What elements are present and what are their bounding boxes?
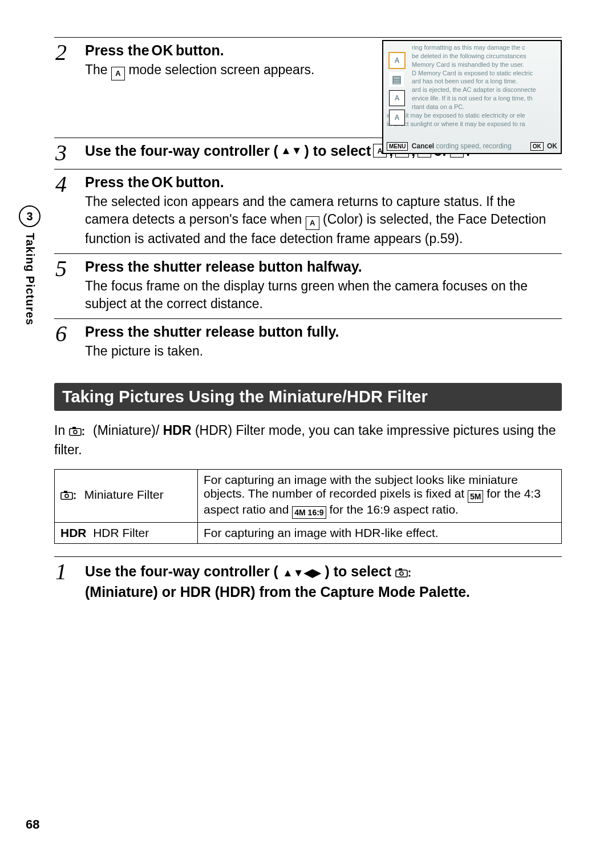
- table-row: HDR HDR Filter For capturing an image wi…: [55, 522, 562, 543]
- svg-rect-2: [72, 427, 76, 429]
- card-icon: ▤: [389, 72, 404, 87]
- svg-point-6: [65, 494, 68, 498]
- text: mode selection screen appears.: [128, 62, 314, 77]
- step-1-new: 1 Use the four-way controller ( ▲▼◀▶ ) t…: [54, 556, 562, 604]
- lcd-line: where it may be exposed to static electr…: [387, 111, 557, 120]
- chapter-side-tab: 3 Taking Pictures: [20, 205, 39, 325]
- text: Press the: [85, 174, 149, 191]
- miniature-mode-icon: [60, 490, 78, 503]
- ok-label: OK: [152, 174, 174, 191]
- ok-button-icon: OK: [530, 142, 544, 151]
- filter-desc-cell: For capturing an image with HDR-like eff…: [198, 522, 562, 543]
- arrow-icons: ▲▼◀▶: [282, 567, 321, 579]
- step-number: 4: [54, 174, 85, 248]
- lcd-footer: MENU Cancel cording speed, recording OK …: [387, 142, 557, 151]
- step-number: 6: [54, 324, 85, 360]
- hdr-label: HDR: [180, 584, 211, 600]
- hdr-label: HDR: [163, 423, 192, 438]
- pixel-size-box: 5M: [468, 490, 483, 503]
- text: In: [54, 423, 69, 438]
- step-desc: The selected icon appears and the camera…: [85, 193, 562, 248]
- svg-point-3: [82, 429, 84, 430]
- text: (Miniature) or: [85, 584, 180, 600]
- svg-point-1: [74, 430, 77, 434]
- manual-page: 3 Taking Pictures A ▤ A A ring formattin…: [0, 0, 616, 848]
- lcd-line: in direct sunlight or where it may be ex…: [387, 120, 557, 128]
- lcd-line: ervice life. If it is not used for a lon…: [412, 94, 557, 103]
- text: (HDR) from the Capture Mode Palette.: [215, 584, 470, 600]
- text: Use the four-way controller (: [85, 143, 278, 159]
- chapter-title-vertical: Taking Pictures: [23, 233, 37, 325]
- step-number: 5: [54, 259, 85, 313]
- filter-mode-table: Miniature Filter For capturing an image …: [54, 469, 562, 544]
- step-4: 4 Press the OK button. The selected icon…: [54, 169, 562, 248]
- step-desc: The picture is taken.: [85, 342, 562, 360]
- step-5: 5 Press the shutter release button halfw…: [54, 253, 562, 313]
- text: Press the: [85, 42, 149, 59]
- text: ) to select: [305, 143, 371, 159]
- ok-label: OK: [152, 42, 174, 59]
- lcd-line: ring formatting as this may damage the c: [412, 43, 557, 52]
- text: The: [85, 62, 111, 77]
- mode-indicator-icon: A: [306, 216, 319, 230]
- page-number: 68: [26, 817, 39, 832]
- filter-name: Miniature Filter: [84, 488, 164, 501]
- mode-icon-a: A: [389, 53, 405, 68]
- step-heading: Press the OK button.: [85, 42, 325, 59]
- svg-rect-12: [399, 568, 402, 571]
- hdr-label: HDR: [60, 526, 87, 539]
- lcd-icon-column: A ▤ A A: [389, 53, 405, 126]
- svg-rect-5: [61, 492, 72, 499]
- step-6: 6 Press the shutter release button fully…: [54, 318, 562, 360]
- mode-icon-b: A: [389, 90, 405, 106]
- step-number: 3: [54, 143, 85, 163]
- svg-point-8: [74, 493, 75, 495]
- step-heading: Press the shutter release button fully.: [85, 324, 562, 340]
- pixel-size-box: 4M 16:9: [292, 506, 326, 519]
- step-number: 1: [54, 562, 85, 604]
- svg-point-13: [409, 570, 411, 572]
- menu-button-icon: MENU: [387, 142, 408, 151]
- step-heading: Press the shutter release button halfway…: [85, 259, 562, 275]
- text: button.: [176, 174, 224, 191]
- filter-name-cell: Miniature Filter: [55, 469, 198, 522]
- lcd-line: D Memory Card is exposed to static elect…: [412, 69, 557, 78]
- table-row: Miniature Filter For capturing an image …: [55, 469, 562, 522]
- svg-point-4: [82, 433, 84, 435]
- lcd-line: ard has not been used for a long time.: [412, 77, 557, 86]
- svg-point-11: [400, 572, 403, 575]
- lcd-line: rtant data on a PC.: [412, 103, 557, 111]
- text: for the 16:9 aspect ratio.: [329, 503, 458, 516]
- section-intro: In (Miniature)/ HDR (HDR) Filter mode, y…: [54, 421, 562, 459]
- arrow-icons: ▲▼: [281, 144, 302, 157]
- step-heading: Use the four-way controller ( ▲▼◀▶ ) to …: [85, 562, 562, 602]
- miniature-mode-icon: [69, 425, 86, 441]
- filter-name-cell: HDR HDR Filter: [55, 522, 198, 543]
- filter-name: HDR Filter: [93, 526, 149, 539]
- lcd-cancel-label: Cancel: [412, 142, 434, 150]
- text: (Miniature)/: [93, 423, 159, 438]
- step-desc: The A mode selection screen appears.: [85, 61, 325, 80]
- svg-rect-10: [396, 570, 407, 577]
- mode-indicator-icon: A: [111, 67, 125, 80]
- lcd-text-column: ring formatting as this may damage the c…: [412, 43, 557, 128]
- step-desc: The focus frame on the display turns gre…: [85, 277, 562, 313]
- chapter-number-bubble: 3: [19, 205, 40, 227]
- svg-point-14: [409, 575, 411, 576]
- text: ) to select: [325, 563, 395, 579]
- svg-point-9: [74, 498, 75, 499]
- lcd-line: be deleted in the following circumstance…: [412, 52, 557, 60]
- mode-icon-c: A: [389, 110, 405, 126]
- svg-rect-0: [70, 429, 81, 435]
- text: Use the four-way controller (: [85, 563, 278, 579]
- text: button.: [176, 42, 224, 59]
- section-title-bar: Taking Pictures Using the Miniature/HDR …: [54, 383, 562, 411]
- lcd-ok-label: OK: [547, 142, 557, 150]
- camera-lcd-preview: A ▤ A A ring formatting as this may dama…: [382, 40, 562, 154]
- miniature-mode-icon: [395, 566, 412, 582]
- svg-rect-7: [64, 491, 67, 493]
- step-number: 2: [54, 42, 85, 80]
- lcd-line: ard is ejected, the AC adapter is discon…: [412, 86, 557, 94]
- step-heading: Press the OK button.: [85, 174, 562, 191]
- lcd-footer-mid: cording speed, recording: [436, 142, 512, 150]
